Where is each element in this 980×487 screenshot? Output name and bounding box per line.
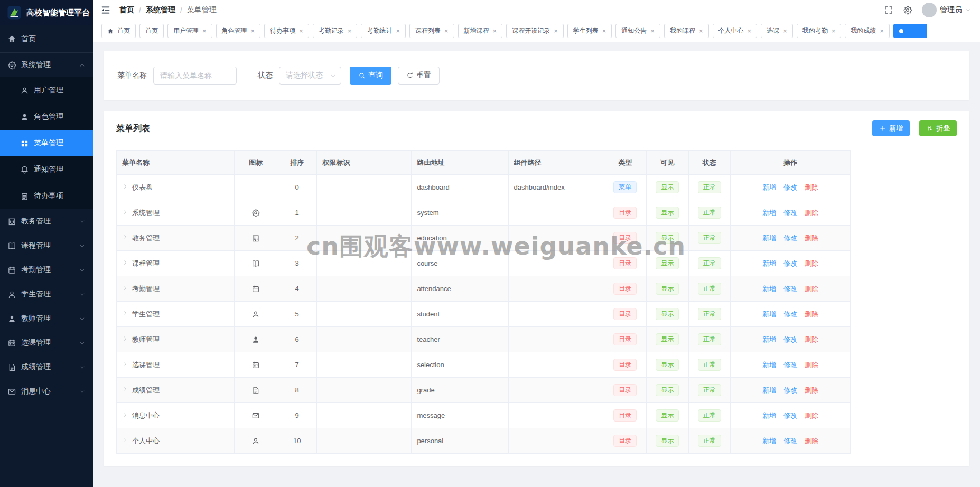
expand-row-control[interactable] bbox=[122, 411, 128, 419]
add-link[interactable]: 新增 bbox=[762, 285, 776, 293]
sidebar-collapse-icon[interactable] bbox=[100, 5, 111, 15]
query-button[interactable]: 查询 bbox=[350, 67, 391, 85]
sidebar-item-menu-management[interactable]: 菜单管理 bbox=[0, 130, 93, 156]
sidebar-item-role-management[interactable]: 角色管理 bbox=[0, 104, 93, 130]
add-link[interactable]: 新增 bbox=[762, 361, 776, 369]
tab-my-grades[interactable]: 我的成绩× bbox=[845, 24, 890, 38]
tab-role-management[interactable]: 角色管理× bbox=[216, 24, 261, 38]
expand-row-control[interactable] bbox=[122, 209, 128, 217]
expand-row-control[interactable] bbox=[122, 234, 128, 242]
delete-link[interactable]: 删除 bbox=[805, 437, 818, 445]
tab-close-icon[interactable]: × bbox=[832, 27, 836, 34]
tab-close-icon[interactable]: × bbox=[348, 27, 352, 34]
tab-close-icon[interactable]: × bbox=[748, 27, 752, 34]
tab-close-icon[interactable]: × bbox=[444, 27, 449, 34]
edit-link[interactable]: 修改 bbox=[783, 335, 797, 343]
delete-link[interactable]: 删除 bbox=[805, 335, 818, 343]
tab-attendance-records[interactable]: 考勤记录× bbox=[313, 24, 358, 38]
edit-link[interactable]: 修改 bbox=[783, 183, 797, 191]
delete-link[interactable]: 删除 bbox=[805, 411, 818, 419]
sidebar-item-home[interactable]: 首页 bbox=[0, 25, 93, 53]
tab-close-icon[interactable]: × bbox=[251, 27, 255, 34]
user-menu[interactable]: 管理员 bbox=[922, 3, 972, 17]
add-link[interactable]: 新增 bbox=[762, 234, 776, 242]
tab-close-icon[interactable]: × bbox=[396, 27, 400, 34]
reset-button[interactable]: 重置 bbox=[398, 67, 440, 85]
delete-link[interactable]: 删除 bbox=[805, 209, 818, 217]
edit-link[interactable]: 修改 bbox=[783, 437, 797, 445]
expand-row-control[interactable] bbox=[122, 285, 128, 293]
tab-my-attendance[interactable]: 我的考勤× bbox=[797, 24, 842, 38]
add-link[interactable]: 新增 bbox=[762, 411, 776, 419]
expand-row-control[interactable] bbox=[122, 437, 128, 445]
expand-row-control[interactable] bbox=[122, 335, 128, 343]
add-link[interactable]: 新增 bbox=[762, 335, 776, 343]
tab-add-course[interactable]: 新增课程× bbox=[458, 24, 503, 38]
expand-row-control[interactable] bbox=[122, 361, 128, 369]
edit-link[interactable]: 修改 bbox=[783, 285, 797, 293]
sidebar-item-notification-management[interactable]: 通知管理 bbox=[0, 156, 93, 183]
tab-close-icon[interactable]: × bbox=[202, 27, 207, 34]
tab-close-icon[interactable]: × bbox=[650, 27, 655, 34]
edit-link[interactable]: 修改 bbox=[783, 234, 797, 242]
fullscreen-icon[interactable] bbox=[884, 5, 893, 15]
delete-link[interactable]: 删除 bbox=[805, 285, 818, 293]
add-link[interactable]: 新增 bbox=[762, 183, 776, 191]
delete-link[interactable]: 删除 bbox=[805, 259, 818, 267]
add-link[interactable]: 新增 bbox=[762, 209, 776, 217]
menu-name-input[interactable] bbox=[153, 67, 237, 85]
expand-row-control[interactable] bbox=[122, 386, 128, 394]
expand-row-control[interactable] bbox=[122, 310, 128, 318]
tab-student-list[interactable]: 学生列表× bbox=[567, 24, 612, 38]
tab-close-icon[interactable]: × bbox=[602, 27, 606, 34]
sidebar-item-grade-management[interactable]: 成绩管理 bbox=[0, 355, 93, 379]
add-link[interactable]: 新增 bbox=[762, 259, 776, 267]
expand-row-control[interactable] bbox=[122, 259, 128, 267]
tab-todo-items[interactable]: 待办事项× bbox=[264, 24, 309, 38]
tab-course-selection[interactable]: 选课× bbox=[761, 24, 793, 38]
sidebar-item-selection-management[interactable]: 选课管理 bbox=[0, 331, 93, 355]
tab-home-pinned[interactable]: 首页 bbox=[101, 24, 136, 38]
delete-link[interactable]: 删除 bbox=[805, 310, 818, 318]
expand-row-control[interactable] bbox=[122, 183, 128, 191]
sidebar-item-attendance-management[interactable]: 考勤管理 bbox=[0, 258, 93, 282]
edit-link[interactable]: 修改 bbox=[783, 259, 797, 267]
status-select[interactable]: 请选择状态 bbox=[279, 67, 341, 85]
tab-close-icon[interactable]: × bbox=[699, 27, 703, 34]
add-link[interactable]: 新增 bbox=[762, 437, 776, 445]
breadcrumb-item[interactable]: 首页 bbox=[119, 5, 134, 15]
edit-link[interactable]: 修改 bbox=[783, 411, 797, 419]
delete-link[interactable]: 删除 bbox=[805, 234, 818, 242]
sidebar-item-message-center[interactable]: 消息中心 bbox=[0, 379, 93, 404]
edit-link[interactable]: 修改 bbox=[783, 310, 797, 318]
sidebar-item-todo-items[interactable]: 待办事项 bbox=[0, 183, 93, 209]
sidebar-item-student-management[interactable]: 学生管理 bbox=[0, 282, 93, 306]
tab-course-list[interactable]: 课程列表× bbox=[409, 24, 454, 38]
tab-attendance-stats[interactable]: 考勤统计× bbox=[361, 24, 406, 38]
delete-link[interactable]: 删除 bbox=[805, 361, 818, 369]
delete-link[interactable]: 删除 bbox=[805, 386, 818, 394]
collapse-all-button[interactable]: 折叠 bbox=[919, 120, 957, 136]
tab-close-icon[interactable]: × bbox=[554, 27, 558, 34]
tab-close-icon[interactable]: × bbox=[880, 27, 884, 34]
edit-link[interactable]: 修改 bbox=[783, 361, 797, 369]
tab-user-management[interactable]: 用户管理× bbox=[167, 24, 212, 38]
tab-close-icon[interactable]: × bbox=[783, 27, 787, 34]
tab-active[interactable] bbox=[893, 24, 927, 38]
edit-link[interactable]: 修改 bbox=[783, 386, 797, 394]
tab-close-icon[interactable]: × bbox=[493, 27, 497, 34]
tab-notice-announcements[interactable]: 通知公告× bbox=[615, 24, 660, 38]
tab-course-offering-records[interactable]: 课程开设记录× bbox=[506, 24, 564, 38]
delete-link[interactable]: 删除 bbox=[805, 183, 818, 191]
sidebar-item-teacher-management[interactable]: 教师管理 bbox=[0, 306, 93, 331]
tab-personal-center[interactable]: 个人中心× bbox=[713, 24, 758, 38]
tab-close-icon[interactable]: × bbox=[299, 27, 303, 34]
add-link[interactable]: 新增 bbox=[762, 310, 776, 318]
tab-my-courses[interactable]: 我的课程× bbox=[664, 24, 709, 38]
add-button[interactable]: 新增 bbox=[872, 120, 910, 136]
sidebar-item-system-management[interactable]: 系统管理 bbox=[0, 53, 93, 77]
sidebar-item-academic-management[interactable]: 教务管理 bbox=[0, 209, 93, 233]
add-link[interactable]: 新增 bbox=[762, 386, 776, 394]
settings-gear-icon[interactable] bbox=[903, 5, 912, 15]
edit-link[interactable]: 修改 bbox=[783, 209, 797, 217]
